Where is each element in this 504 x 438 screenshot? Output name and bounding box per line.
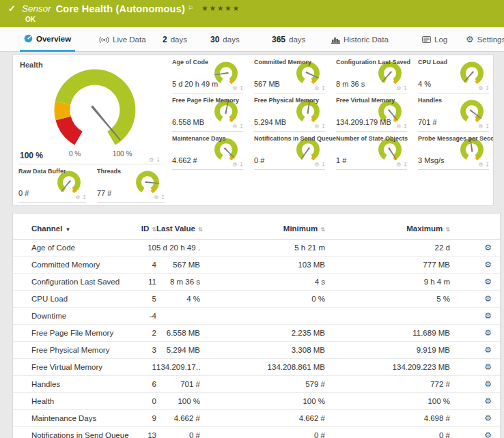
tab-log[interactable]: Log (418, 27, 451, 52)
gear-icon[interactable]: ⚙ (154, 195, 158, 201)
pin-icon[interactable]: ↧ (485, 86, 490, 91)
last-cell: 100 % (156, 393, 200, 410)
last-cell: 0 # (156, 427, 200, 438)
sort-icon[interactable]: ▼ (65, 227, 70, 233)
channel-settings-icon[interactable]: ⚙ (484, 328, 492, 338)
tab-overview[interactable]: Overview (20, 27, 75, 52)
last-cell: 5 d 20 h 49 … (156, 239, 200, 257)
gauge-value: 134.209.179 MB (336, 118, 391, 126)
min-cell: 100 % (200, 393, 325, 410)
gauge-cell[interactable]: Raw Data Buffer 0 # ⚙ ↧ (13, 164, 92, 203)
pin-icon[interactable]: ↧ (321, 162, 326, 168)
pin-icon[interactable]: ↧ (321, 124, 326, 130)
sort-icon[interactable]: ⇅ (445, 227, 450, 233)
gear-icon[interactable]: ⚙ (232, 86, 237, 91)
table-row: Maintenance Days94.662 #4.662 #4.698 #⚙ (13, 410, 501, 427)
pin-icon[interactable]: ↧ (403, 124, 408, 130)
table-row: Free Page File Memory26.558 MB2.235 MB11… (13, 325, 501, 342)
tab-365-days[interactable]: 365 days (268, 27, 309, 52)
gear-icon[interactable]: ⚙ (396, 162, 401, 168)
gear-icon[interactable]: ⚙ (232, 162, 237, 168)
gear-icon[interactable]: ⚙ (314, 162, 319, 168)
gauge-cell[interactable]: Notifications in Send Queue 0 # ⚙ ↧ (249, 132, 331, 170)
channel-table: Channel▼ID⇅Last Value⇅Minimum⇅Maximum⇅ A… (13, 222, 501, 438)
sort-icon[interactable]: ⇅ (152, 227, 156, 233)
max-cell: 134.209.223 MB (325, 359, 450, 376)
channel-settings-icon[interactable]: ⚙ (484, 430, 492, 438)
gear-icon[interactable]: ⚙ (478, 162, 483, 168)
last-cell: 6.558 MB (156, 325, 200, 342)
priority-stars[interactable]: ★★★★★ (201, 3, 240, 14)
gauge-cell[interactable]: Free Physical Memory 5.294 MB ⚙ ↧ (249, 93, 331, 132)
channel-settings-icon[interactable]: ⚙ (484, 260, 492, 269)
health-gauge-cell[interactable]: Health 0 % 100 % 100 % ⚙ ↧ (13, 55, 167, 164)
gear-icon[interactable]: ⚙ (396, 86, 401, 91)
gear-icon[interactable]: ⚙ (478, 86, 483, 91)
column-header-minimum[interactable]: Minimum⇅ (200, 222, 325, 239)
gear-icon[interactable]: ⚙ (478, 124, 483, 130)
sort-icon[interactable]: ⇅ (198, 227, 203, 233)
channel-settings-icon[interactable]: ⚙ (484, 413, 492, 423)
gear-icon[interactable]: ⚙ (75, 195, 80, 201)
column-header-id[interactable]: ID⇅ (129, 222, 156, 239)
column-header-maximum[interactable]: Maximum⇅ (325, 222, 450, 239)
channel-settings-icon[interactable]: ⚙ (484, 345, 492, 355)
column-header-channel[interactable]: Channel▼ (13, 222, 129, 239)
gauge-cell[interactable]: Number of State Objects 1 # ⚙ ↧ (331, 132, 412, 170)
tab-30-days[interactable]: 30 days (206, 27, 244, 52)
channel-settings-icon[interactable]: ⚙ (484, 362, 492, 372)
pin-icon[interactable]: ↧ (485, 124, 490, 130)
pin-icon[interactable]: ↧ (239, 162, 244, 168)
channel-settings-icon[interactable]: ⚙ (484, 396, 492, 406)
gear-icon[interactable]: ⚙ (149, 158, 154, 163)
channel-settings-icon[interactable]: ⚙ (484, 243, 492, 252)
gauge-cell[interactable]: Handles 701 # ⚙ ↧ (412, 93, 494, 132)
gauge-cell[interactable]: Probe Messages per Second 3 Msg/s ⚙ ↧ (412, 132, 494, 170)
channel-settings-icon[interactable]: ⚙ (484, 311, 492, 321)
pin-icon[interactable]: ↧ (82, 195, 87, 201)
gauge-cell[interactable]: Free Page File Memory 6.558 MB ⚙ ↧ (167, 93, 249, 132)
gear-icon[interactable]: ⚙ (232, 124, 237, 130)
pin-icon[interactable]: ↧ (321, 86, 326, 91)
pin-icon[interactable]: ↧ (160, 195, 165, 201)
pin-icon[interactable]: ↧ (403, 162, 408, 168)
gauge-cell[interactable]: Age of Code 5 d 20 h 49 m ⚙ ↧ (167, 55, 249, 93)
sort-icon[interactable]: ⇅ (320, 227, 325, 233)
tab-2-days[interactable]: 2 days (158, 27, 191, 52)
id-cell: 10 (129, 239, 156, 257)
chart-icon (331, 36, 340, 44)
content-area: Health 0 % 100 % 100 % ⚙ ↧ Age of Code (0, 52, 504, 438)
gear-icon[interactable]: ⚙ (314, 86, 319, 91)
gauge-cell[interactable]: Threads 77 # ⚙ ↧ (92, 164, 170, 203)
tab-bar: Overview Live Data 2 days 30 days 365 da… (0, 27, 504, 52)
id-cell: 4 (129, 257, 156, 274)
pin-icon[interactable]: ↧ (239, 86, 244, 91)
channel-settings-icon[interactable]: ⚙ (484, 294, 492, 304)
tab-live-data[interactable]: Live Data (95, 27, 150, 52)
column-header-last-value[interactable]: Last Value⇅ (156, 222, 200, 239)
gauge-cell[interactable]: Configuration Last Saved 8 m 36 s ⚙ ↧ (331, 55, 412, 93)
gauge-cell[interactable]: Maintenance Days 4.662 # ⚙ ↧ (167, 132, 249, 170)
gauge-value: 4 % (418, 80, 431, 88)
gear-icon[interactable]: ⚙ (314, 124, 319, 130)
id-cell: 1 (129, 359, 156, 376)
gauge-grid: Age of Code 5 d 20 h 49 m ⚙ ↧ Committed … (167, 55, 494, 170)
pin-icon[interactable]: ↧ (156, 158, 160, 163)
gear-icon[interactable]: ⚙ (396, 124, 401, 130)
flag-icon: ⚐ (188, 3, 193, 14)
pin-icon[interactable]: ↧ (485, 162, 490, 168)
gauge-cell[interactable]: Free Virtual Memory 134.209.179 MB ⚙ ↧ (331, 93, 412, 132)
pin-icon[interactable]: ↧ (239, 124, 244, 130)
pin-icon[interactable]: ↧ (403, 86, 408, 91)
tab-settings[interactable]: ⚙ Settings (462, 27, 504, 52)
id-cell: 0 (129, 393, 156, 410)
channel-settings-icon[interactable]: ⚙ (484, 277, 492, 287)
gauge-cell[interactable]: CPU Load 4 % ⚙ ↧ (412, 55, 494, 93)
channel-settings-icon[interactable]: ⚙ (484, 379, 492, 389)
min-cell: 3.308 MB (200, 342, 325, 359)
table-row: Handles6701 #579 #772 #⚙ (13, 376, 501, 393)
tab-historic-data[interactable]: Historic Data (327, 27, 393, 52)
id-cell: 13 (129, 427, 156, 438)
gauge-cell[interactable]: Committed Memory 567 MB ⚙ ↧ (249, 55, 331, 93)
channel-cell: Downtime (13, 308, 129, 325)
